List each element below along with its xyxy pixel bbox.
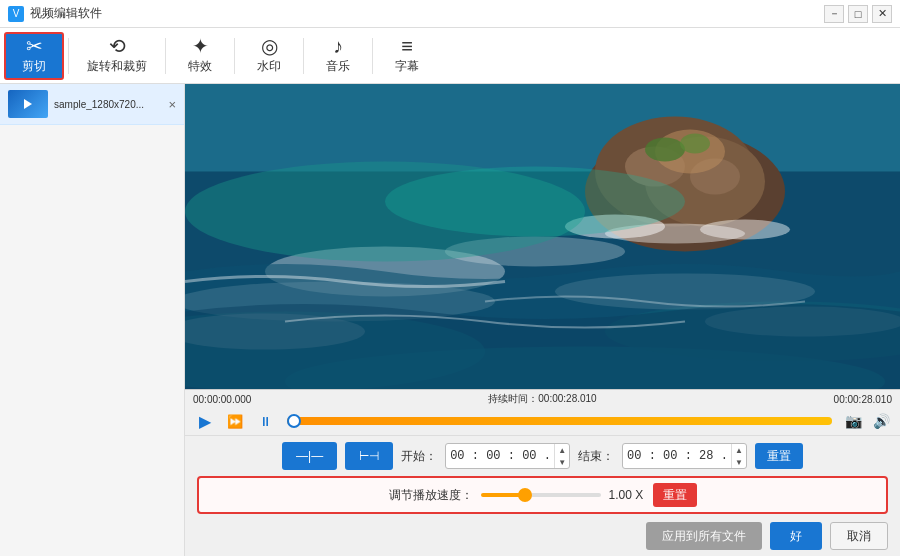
toolbar-divider-1 [68, 38, 69, 74]
end-time-up[interactable]: ▲ [732, 444, 746, 456]
svg-point-24 [385, 167, 685, 237]
cut-reset-button[interactable]: 重置 [755, 443, 803, 469]
end-time-spin: ▲ ▼ [731, 444, 746, 468]
rotate-icon: ⟲ [109, 36, 126, 56]
start-time-up[interactable]: ▲ [555, 444, 569, 456]
tool-effects-label: 特效 [188, 58, 212, 75]
subtitle-icon: ≡ [401, 36, 413, 56]
ok-button[interactable]: 好 [770, 522, 822, 550]
video-background [185, 84, 900, 389]
end-time-down[interactable]: ▼ [732, 456, 746, 468]
merge-icon: ⊢⊣ [359, 449, 379, 463]
effects-icon: ✦ [192, 36, 209, 56]
timeline-thumb[interactable] [287, 414, 301, 428]
app-title: 视频编辑软件 [30, 5, 102, 22]
preview-area: 00:00:00.000 持续时间：00:00:28.010 00:00:28.… [185, 84, 900, 556]
close-button[interactable]: ✕ [872, 5, 892, 23]
time-labels-row: 00:00:00.000 持续时间：00:00:28.010 00:00:28.… [193, 392, 892, 406]
file-close-button[interactable]: × [168, 97, 176, 112]
start-time-input-group[interactable]: ▲ ▼ [445, 443, 570, 469]
split-icon: —|— [296, 449, 323, 463]
speed-row: 调节播放速度： 1.00 X 重置 [197, 476, 888, 514]
playback-row: ▶ ⏩ ⏸ 📷 🔊 [193, 409, 892, 433]
tool-watermark-label: 水印 [257, 58, 281, 75]
tool-cut-label: 剪切 [22, 58, 46, 75]
main-area: sample_1280x720... × [0, 84, 900, 556]
main-toolbar: ✂ 剪切 ⟲ 旋转和裁剪 ✦ 特效 ◎ 水印 ♪ 音乐 ≡ 字幕 [0, 28, 900, 84]
speed-reset-button[interactable]: 重置 [653, 483, 697, 507]
start-time-input[interactable] [446, 444, 554, 468]
tool-rotate[interactable]: ⟲ 旋转和裁剪 [73, 32, 161, 80]
cut-row: —|— ⊢⊣ 开始： ▲ ▼ 结束： ▲ [197, 442, 888, 470]
title-bar: V 视频编辑软件 － □ ✕ [0, 0, 900, 28]
tool-subtitle-label: 字幕 [395, 58, 419, 75]
file-item[interactable]: sample_1280x720... × [0, 84, 184, 125]
end-label: 结束： [578, 448, 614, 465]
tool-music-label: 音乐 [326, 58, 350, 75]
volume-button[interactable]: 🔊 [870, 410, 892, 432]
tool-cut[interactable]: ✂ 剪切 [4, 32, 64, 80]
tool-rotate-label: 旋转和裁剪 [87, 58, 147, 75]
end-time-label: 00:00:28.010 [834, 394, 892, 405]
play-button[interactable]: ▶ [193, 409, 217, 433]
video-preview [185, 84, 900, 389]
timeline-container: 00:00:00.000 持续时间：00:00:28.010 00:00:28.… [185, 389, 900, 435]
timeline-progress [287, 417, 832, 425]
end-time-input-group[interactable]: ▲ ▼ [622, 443, 747, 469]
window-controls: － □ ✕ [824, 5, 892, 23]
start-time-spin: ▲ ▼ [554, 444, 569, 468]
split-button[interactable]: —|— [282, 442, 337, 470]
svg-point-19 [680, 134, 710, 154]
pause-button[interactable]: ⏸ [253, 409, 277, 433]
speed-slider[interactable] [481, 493, 601, 497]
snapshot-button[interactable]: 📷 [842, 410, 864, 432]
start-time-down[interactable]: ▼ [555, 456, 569, 468]
duration-label: 持续时间：00:00:28.010 [488, 392, 596, 406]
tool-watermark[interactable]: ◎ 水印 [239, 32, 299, 80]
action-row: 应用到所有文件 好 取消 [197, 520, 888, 550]
speed-label: 调节播放速度： [389, 487, 473, 504]
step-forward-button[interactable]: ⏩ [223, 409, 247, 433]
toolbar-divider-5 [372, 38, 373, 74]
minimize-button[interactable]: － [824, 5, 844, 23]
music-icon: ♪ [333, 36, 343, 56]
start-time-label: 00:00:00.000 [193, 394, 251, 405]
watermark-icon: ◎ [261, 36, 278, 56]
scissors-icon: ✂ [26, 36, 43, 56]
timeline-track[interactable] [287, 417, 832, 425]
title-bar-left: V 视频编辑软件 [8, 5, 102, 22]
toolbar-divider-4 [303, 38, 304, 74]
end-time-input[interactable] [623, 444, 731, 468]
cancel-button[interactable]: 取消 [830, 522, 888, 550]
speed-value: 1.00 X [609, 488, 645, 502]
merge-button[interactable]: ⊢⊣ [345, 442, 393, 470]
svg-point-18 [645, 138, 685, 162]
left-panel: sample_1280x720... × [0, 84, 185, 556]
apply-all-button[interactable]: 应用到所有文件 [646, 522, 762, 550]
maximize-button[interactable]: □ [848, 5, 868, 23]
bottom-controls: —|— ⊢⊣ 开始： ▲ ▼ 结束： ▲ [185, 435, 900, 556]
toolbar-divider-3 [234, 38, 235, 74]
tool-subtitle[interactable]: ≡ 字幕 [377, 32, 437, 80]
start-label: 开始： [401, 448, 437, 465]
toolbar-divider-2 [165, 38, 166, 74]
app-icon: V [8, 6, 24, 22]
tool-music[interactable]: ♪ 音乐 [308, 32, 368, 80]
file-thumbnail [8, 90, 48, 118]
tool-effects[interactable]: ✦ 特效 [170, 32, 230, 80]
file-name: sample_1280x720... [54, 99, 144, 110]
